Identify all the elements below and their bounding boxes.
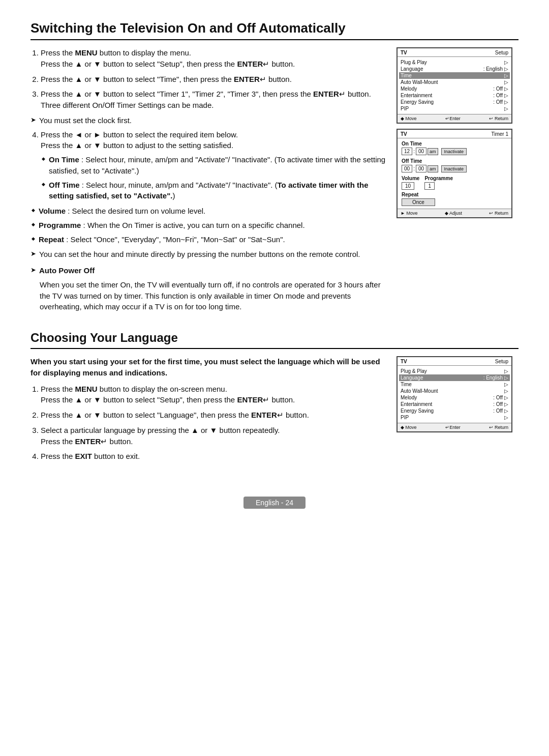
colon2: :	[413, 166, 415, 171]
note2: ➤ You can set the hour and minute direct…	[30, 249, 386, 260]
menu2-row-energy: Energy Saving: Off ▷	[401, 408, 508, 414]
off-time-label: Off Time	[402, 158, 507, 164]
menu2-row-pip: PIP▷	[401, 414, 508, 421]
footer-move-1: ◆ Move	[401, 116, 417, 121]
auto-power-off-text: When you set the timer On, the TV will e…	[40, 279, 386, 312]
section1-title: Switching the Television On and Off Auto…	[30, 20, 518, 40]
page-footer: English - 24	[30, 497, 518, 509]
setup-menu2-diagram: TV Setup Plug & Play▷ Language: English …	[396, 356, 512, 432]
step-3: Press the ▲ or ▼ button to select "Timer…	[41, 89, 386, 111]
section2-text: When you start using your set for the fi…	[30, 356, 386, 466]
step-2: Press the ▲ or ▼ button to select "Time"…	[41, 74, 386, 85]
section2-intro: When you start using your set for the fi…	[30, 356, 386, 379]
on-time-label: On Time	[402, 141, 507, 147]
bullet-volume: Volume : Select the desired turn on volu…	[39, 206, 386, 217]
setup-menu2-footer: ◆ Move ↵Enter ↩ Return	[398, 423, 511, 431]
programme-col: Programme 1	[424, 176, 453, 190]
bullet-programme: Programme : When the On Timer is active,…	[39, 220, 386, 231]
vol-prog-row: Volume 10 Programme 1	[402, 176, 507, 190]
section2-diagrams: TV Setup Plug & Play▷ Language: English …	[396, 356, 518, 466]
menu2-row-plug: Plug & Play▷	[401, 368, 508, 374]
menu-row-time: Time▷	[399, 72, 510, 79]
on-hour: 12	[402, 148, 412, 155]
menu-row-plug: Plug & Play▷	[401, 59, 508, 66]
timer1-body: On Time 12 : 00 am Inactivate Off Time 0…	[398, 138, 511, 209]
menu-row-autowallmount: Auto Wall-Mount▷	[401, 79, 508, 85]
off-min: 00	[416, 165, 426, 172]
section1-diagrams: TV Setup Plug & Play▷ Language: English …	[396, 47, 518, 312]
menu-row-melody: Melody: Off ▷	[401, 85, 508, 92]
auto-power-off: ➤ Auto Power Off When you set the timer …	[30, 265, 386, 312]
setup-title-2: Setup	[495, 359, 508, 364]
timer-footer-move: ► Move	[401, 211, 417, 216]
step-1: Press the MENU button to display the men…	[41, 47, 386, 70]
footer-return-1: ↩ Return	[489, 116, 508, 121]
colon1: :	[413, 149, 415, 154]
off-hour: 00	[402, 165, 412, 172]
menu2-row-language: Language: English ▷	[399, 374, 510, 381]
timer1-tv-label: TV	[401, 131, 407, 137]
timer1-header: TV Timer 1	[398, 130, 511, 138]
timer1-footer: ► Move ◆ Adjust ↩ Return	[398, 209, 511, 217]
setup-title-1: Setup	[495, 50, 508, 55]
section2-title: Choosing Your Language	[30, 331, 518, 349]
programme-val: 1	[424, 182, 435, 190]
timer1-diagram: TV Timer 1 On Time 12 : 00 am Inactivate…	[396, 129, 512, 218]
menu2-row-autowallmount: Auto Wall-Mount▷	[401, 388, 508, 394]
menu2-row-entertainment: Entertainment: Off ▷	[401, 401, 508, 408]
setup-menu-body: Plug & Play▷ Language: English ▷ Time▷ A…	[398, 57, 511, 114]
volume-col-label: Volume	[402, 176, 419, 181]
on-am: am	[428, 148, 438, 155]
s2-step-1: Press the MENU button to display the on-…	[41, 384, 386, 406]
menu2-row-time: Time▷	[401, 381, 508, 388]
on-time-row: 12 : 00 am Inactivate	[402, 148, 507, 155]
menu-row-language: Language: English ▷	[401, 66, 508, 72]
on-min: 00	[416, 148, 426, 155]
setup-menu-footer: ◆ Move ↵Enter ↩ Return	[398, 114, 511, 123]
s2-step-2: Press the ▲ or ▼ button to select "Langu…	[41, 410, 386, 421]
s2-step-3: Select a particular language by pressing…	[41, 425, 386, 447]
menu-row-pip: PIP▷	[401, 105, 508, 112]
menu-row-energy: Energy Saving: Off ▷	[401, 99, 508, 105]
footer-move-2: ◆ Move	[401, 425, 417, 430]
once-box: Once	[402, 198, 435, 206]
tv-label-2: TV	[401, 359, 407, 364]
section1-step4: Press the ◄ or ► button to select the re…	[30, 129, 386, 202]
inactivate2-btn: Inactivate	[441, 165, 467, 172]
setup-menu-header: TV Setup	[398, 48, 511, 57]
section2-steps: Press the MENU button to display the on-…	[30, 384, 386, 462]
footer-enter-1: ↵Enter	[445, 116, 461, 121]
bullet-off-time: Off Time : Select hour, minute, am/pm an…	[49, 180, 386, 202]
volume-val: 10	[402, 182, 414, 190]
timer-footer-return: ↩ Return	[489, 211, 508, 216]
setup-menu2-header: TV Setup	[398, 357, 511, 366]
bullet-repeat: Repeat : Select "Once", "Everyday", "Mon…	[39, 234, 386, 245]
section2-layout: When you start using your set for the fi…	[30, 356, 518, 466]
menu2-row-melody: Melody: Off ▷	[401, 394, 508, 401]
timer1-title: Timer 1	[491, 131, 508, 137]
menu-row-entertainment: Entertainment: Off ▷	[401, 92, 508, 99]
repeat-label: Repeat	[402, 192, 507, 197]
section1-text: Press the MENU button to display the men…	[30, 47, 386, 312]
tv-label-1: TV	[401, 50, 407, 55]
bullet-on-time: On Time : Select hour, minute, am/pm and…	[49, 154, 386, 177]
footer-badge: English - 24	[243, 497, 306, 509]
footer-enter-2: ↵Enter	[445, 425, 461, 430]
off-am: am	[428, 165, 438, 172]
footer-return-2: ↩ Return	[489, 425, 508, 430]
timer-footer-adjust: ◆ Adjust	[445, 211, 462, 216]
note1: ➤ You must set the clock first.	[30, 115, 386, 126]
repeat-row: Repeat Once	[402, 192, 507, 206]
s2-step-4: Press the EXIT button to exit.	[41, 451, 386, 462]
setup-menu2-body: Plug & Play▷ Language: English ▷ Time▷ A…	[398, 366, 511, 423]
inactivate1-btn: Inactivate	[441, 148, 467, 155]
extra-bullets: Volume : Select the desired turn on volu…	[30, 206, 386, 245]
setup-menu-diagram: TV Setup Plug & Play▷ Language: English …	[396, 47, 512, 124]
section1-steps: Press the MENU button to display the men…	[30, 47, 386, 111]
volume-col: Volume 10	[402, 176, 419, 190]
step-4: Press the ◄ or ► button to select the re…	[41, 129, 386, 202]
off-time-row: 00 : 00 am Inactivate	[402, 165, 507, 172]
programme-col-label: Programme	[424, 176, 453, 181]
